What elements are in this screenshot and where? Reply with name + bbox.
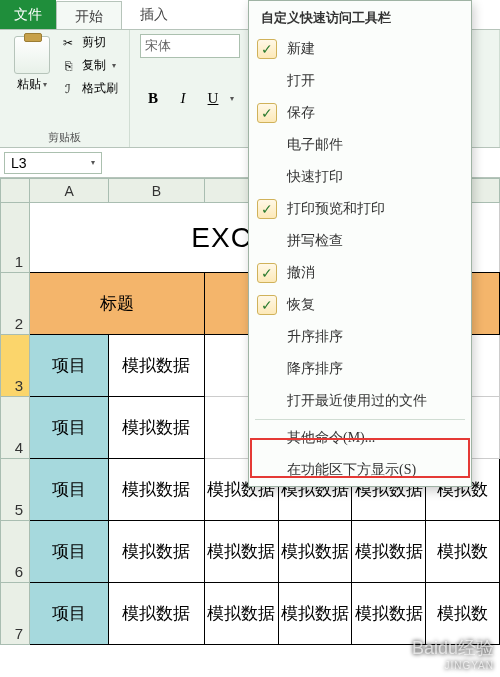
project-cell[interactable]: 项目 [30, 335, 109, 397]
row-header-7[interactable]: 7 [1, 583, 30, 645]
qat-item-label: 恢复 [287, 296, 315, 314]
paste-button[interactable]: 粘贴▾ [10, 34, 54, 97]
blank-check [257, 428, 277, 448]
data-cell[interactable]: 模拟数据 [204, 521, 278, 583]
qat-item-label: 快速打印 [287, 168, 343, 186]
qat-show-below-label: 在功能区下方显示(S) [287, 461, 416, 479]
blank-check [257, 231, 277, 251]
row-header-3[interactable]: 3 [1, 335, 30, 397]
qat-item-label: 打开最近使用过的文件 [287, 392, 427, 410]
qat-item-label: 电子邮件 [287, 136, 343, 154]
qat-item-8[interactable]: ✓恢复 [249, 289, 471, 321]
data-cell[interactable]: 模拟数 [426, 521, 500, 583]
paste-label: 粘贴 [17, 76, 41, 93]
qat-item-2[interactable]: ✓保存 [249, 97, 471, 129]
col-header-a[interactable]: A [30, 179, 109, 203]
project-cell[interactable]: 项目 [30, 521, 109, 583]
blank-check [257, 327, 277, 347]
blank-check [257, 135, 277, 155]
underline-button[interactable]: U [200, 87, 226, 111]
data-cell[interactable]: 模拟数据 [109, 521, 205, 583]
paste-icon [14, 36, 50, 74]
row-header-5[interactable]: 5 [1, 459, 30, 521]
font-family-value: 宋体 [145, 37, 171, 55]
cut-button[interactable]: ✂剪切 [60, 34, 118, 51]
qat-item-0[interactable]: ✓新建 [249, 33, 471, 65]
data-cell[interactable]: 模拟数据 [109, 583, 205, 645]
qat-item-label: 新建 [287, 40, 315, 58]
data-cell[interactable]: 模拟数据 [352, 521, 426, 583]
qat-item-label: 打印预览和打印 [287, 200, 385, 218]
data-cell[interactable]: 模拟数据 [109, 459, 205, 521]
blank-check [257, 167, 277, 187]
font-family-combo[interactable]: 宋体 [140, 34, 240, 58]
qat-item-label: 保存 [287, 104, 315, 122]
row-header-1[interactable]: 1 [1, 203, 30, 273]
qat-item-6[interactable]: 拼写检查 [249, 225, 471, 257]
qat-item-4[interactable]: 快速打印 [249, 161, 471, 193]
qat-item-label: 升序排序 [287, 328, 343, 346]
menu-separator [255, 419, 465, 420]
check-icon: ✓ [257, 199, 277, 219]
qat-item-7[interactable]: ✓撤消 [249, 257, 471, 289]
italic-button[interactable]: I [170, 87, 196, 111]
cut-label: 剪切 [82, 34, 106, 51]
qat-item-1[interactable]: 打开 [249, 65, 471, 97]
qat-item-11[interactable]: 打开最近使用过的文件 [249, 385, 471, 417]
col-header-b[interactable]: B [109, 179, 205, 203]
data-cell[interactable]: 模拟数据 [109, 397, 205, 459]
check-icon: ✓ [257, 263, 277, 283]
check-icon: ✓ [257, 295, 277, 315]
blank-check [257, 460, 277, 480]
copy-icon: ⎘ [60, 58, 76, 74]
copy-label: 复制 [82, 57, 106, 74]
row-header-4[interactable]: 4 [1, 397, 30, 459]
format-painter-label: 格式刷 [82, 80, 118, 97]
name-box-value: L3 [11, 155, 27, 171]
tab-home[interactable]: 开始 [56, 1, 122, 29]
data-cell[interactable]: 模拟数据 [278, 583, 352, 645]
qat-item-5[interactable]: ✓打印预览和打印 [249, 193, 471, 225]
qat-item-9[interactable]: 升序排序 [249, 321, 471, 353]
name-box[interactable]: L3▾ [4, 152, 102, 174]
group-clipboard: 粘贴▾ ✂剪切 ⎘复制▾ ℐ格式刷 剪贴板 [0, 30, 130, 147]
data-cell[interactable]: 模拟数据 [204, 583, 278, 645]
chevron-down-icon: ▾ [91, 158, 95, 167]
select-all-corner[interactable] [1, 179, 30, 203]
data-cell[interactable]: 模拟数据 [278, 521, 352, 583]
data-cell[interactable]: 模拟数 [426, 583, 500, 645]
project-cell[interactable]: 项目 [30, 397, 109, 459]
qat-item-label: 拼写检查 [287, 232, 343, 250]
blank-check [257, 391, 277, 411]
header-cell[interactable]: 标题 [30, 273, 205, 335]
check-icon: ✓ [257, 103, 277, 123]
scissors-icon: ✂ [60, 35, 76, 51]
qat-item-10[interactable]: 降序排序 [249, 353, 471, 385]
project-cell[interactable]: 项目 [30, 459, 109, 521]
check-icon: ✓ [257, 39, 277, 59]
chevron-down-icon: ▾ [112, 61, 116, 70]
blank-check [257, 71, 277, 91]
bold-button[interactable]: B [140, 87, 166, 111]
qat-customize-menu: 自定义快速访问工具栏 ✓新建打开✓保存电子邮件快速打印✓打印预览和打印拼写检查✓… [248, 0, 472, 487]
data-cell[interactable]: 模拟数据 [109, 335, 205, 397]
tab-file[interactable]: 文件 [0, 0, 56, 29]
qat-item-3[interactable]: 电子邮件 [249, 129, 471, 161]
data-cell[interactable]: 模拟数据 [352, 583, 426, 645]
qat-menu-title: 自定义快速访问工具栏 [249, 1, 471, 33]
qat-more-commands-label: 其他命令(M)... [287, 429, 375, 447]
brush-icon: ℐ [60, 81, 76, 97]
qat-more-commands[interactable]: 其他命令(M)... [249, 422, 471, 454]
chevron-down-icon: ▾ [43, 80, 47, 89]
qat-item-label: 撤消 [287, 264, 315, 282]
row-header-2[interactable]: 2 [1, 273, 30, 335]
format-painter-button[interactable]: ℐ格式刷 [60, 80, 118, 97]
qat-show-below[interactable]: 在功能区下方显示(S) [249, 454, 471, 486]
copy-button[interactable]: ⎘复制▾ [60, 57, 118, 74]
project-cell[interactable]: 项目 [30, 583, 109, 645]
group-title-clipboard: 剪贴板 [10, 130, 119, 145]
row-header-6[interactable]: 6 [1, 521, 30, 583]
tab-insert[interactable]: 插入 [122, 0, 186, 29]
qat-item-label: 降序排序 [287, 360, 343, 378]
blank-check [257, 359, 277, 379]
